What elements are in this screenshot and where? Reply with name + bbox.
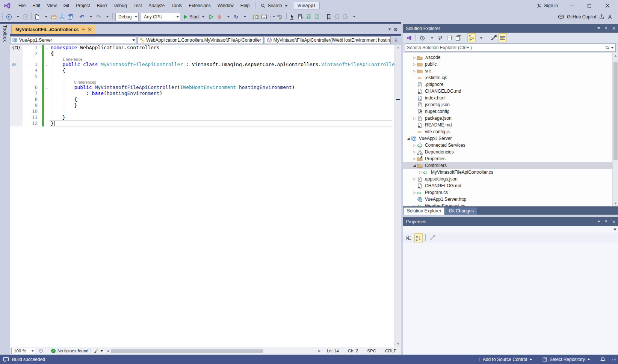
tool-tab-solution-explorer[interactable]: Solution Explorer bbox=[403, 208, 444, 215]
tool-tab-git-changes[interactable]: Git Changes bbox=[445, 208, 477, 215]
tree-scrollbar-thumb[interactable] bbox=[613, 62, 618, 161]
collapsed-arrow-icon[interactable]: ▷ bbox=[412, 204, 417, 206]
solution-search-input[interactable] bbox=[407, 45, 605, 50]
tree-item-nuget-config[interactable]: nuget.config bbox=[403, 108, 612, 115]
overflow-dots-icon[interactable] bbox=[268, 12, 277, 21]
collapsed-arrow-icon[interactable]: ▷ bbox=[412, 157, 417, 161]
tree-item-vueapp1-server[interactable]: ◢VueApp1.Server bbox=[403, 135, 612, 142]
tree-item-public[interactable]: ▷public bbox=[403, 61, 612, 68]
scroll-right-icon[interactable]: ▶ bbox=[317, 349, 322, 353]
code-line-9[interactable]: 9 } bbox=[10, 102, 394, 108]
github-copilot-icon[interactable] bbox=[558, 14, 564, 20]
tree-item-dependencies[interactable]: ▷Dependencies bbox=[403, 149, 612, 155]
scroll-down-icon[interactable]: ▼ bbox=[395, 341, 401, 347]
collapsed-arrow-icon[interactable]: ▷ bbox=[412, 69, 417, 73]
menu-analyze[interactable]: Analyze bbox=[145, 0, 168, 11]
close-icon[interactable]: ✕ bbox=[612, 26, 616, 31]
glyph-margin[interactable] bbox=[10, 51, 23, 57]
fold-chevron-icon[interactable] bbox=[44, 96, 49, 102]
chevron-down-icon[interactable] bbox=[611, 47, 613, 48]
code-line-12[interactable]: 12} bbox=[10, 120, 394, 126]
dropdown-icon[interactable] bbox=[13, 12, 21, 21]
scroll-up-icon[interactable]: ▲ bbox=[395, 45, 401, 50]
search-box[interactable]: Search bbox=[258, 3, 291, 8]
active-project-badge[interactable]: VueApp1 bbox=[293, 2, 320, 9]
tree-item-src[interactable]: ▷src bbox=[403, 68, 612, 74]
zoom-combo[interactable]: 100 % bbox=[11, 348, 35, 354]
categorized-icon[interactable] bbox=[405, 233, 413, 242]
type-dropdown[interactable]: WebApplication1.Controllers.MyVintasoftF… bbox=[138, 36, 263, 44]
save-icon[interactable] bbox=[58, 12, 66, 21]
code-line-7[interactable]: 7 : base(hostingEnvironment) bbox=[10, 90, 394, 96]
fold-chevron-icon[interactable]: ⌄ bbox=[44, 84, 49, 90]
tree-vertical-scrollbar[interactable]: ▲ ▼ bbox=[612, 53, 618, 206]
code-line-1[interactable]: {↗}1⌄namespace WebApplication1.Controlle… bbox=[10, 45, 394, 51]
fold-chevron-icon[interactable] bbox=[44, 90, 49, 96]
document-tab[interactable]: MyVintasoftFil...iController.cs bbox=[11, 25, 95, 34]
window-menu-chevron-icon[interactable] bbox=[597, 221, 600, 223]
tree-item-changelog-md[interactable]: M↓CHANGELOG.md bbox=[403, 182, 612, 189]
fold-chevron-icon[interactable] bbox=[44, 74, 49, 80]
code-line-4[interactable]: 4 { bbox=[10, 68, 394, 74]
member-dropdown[interactable]: MyVintasoftFileApiController(IWebHostEnv… bbox=[265, 36, 391, 44]
menu-extensions[interactable]: Extensions bbox=[185, 0, 214, 11]
collapsed-arrow-icon[interactable]: ▷ bbox=[412, 150, 417, 154]
decrease-indent-icon[interactable] bbox=[305, 12, 313, 21]
dropdown-icon[interactable] bbox=[427, 33, 435, 42]
code-cleanup-icon[interactable] bbox=[93, 348, 99, 354]
collapsed-arrow-icon[interactable]: ▷ bbox=[412, 143, 417, 147]
restart-icon[interactable]: ↻ bbox=[232, 12, 240, 21]
tree-item-weatherforecast-cs[interactable]: ▷C#WeatherForecast.cs bbox=[403, 203, 612, 206]
split-editor-button[interactable] bbox=[392, 36, 400, 44]
start-debugging-button[interactable]: Start bbox=[181, 12, 207, 21]
close-icon[interactable]: ✕ bbox=[612, 219, 616, 224]
menu-view[interactable]: View bbox=[44, 0, 60, 11]
window-menu-chevron-icon[interactable] bbox=[597, 27, 600, 29]
glyph-margin[interactable] bbox=[10, 84, 23, 90]
tree-item-appsettings-json[interactable]: ▷{}appsettings.json bbox=[403, 176, 612, 182]
fold-chevron-icon[interactable] bbox=[44, 68, 49, 74]
code-line-2[interactable]: 2{ bbox=[10, 51, 394, 57]
copilot-label[interactable]: GitHub Copilot bbox=[567, 14, 596, 20]
codelens-references[interactable]: 1 reference bbox=[51, 57, 82, 62]
format-document-icon[interactable] bbox=[296, 12, 305, 21]
dropdown-icon[interactable] bbox=[240, 12, 248, 21]
scroll-left-icon[interactable]: ◀ bbox=[105, 349, 110, 353]
column-indicator[interactable]: Ch: 2 bbox=[343, 349, 363, 353]
properties-tool-icon[interactable] bbox=[490, 33, 498, 42]
tab-list-chevron-icon[interactable] bbox=[388, 29, 391, 30]
glyph-margin[interactable] bbox=[10, 108, 23, 114]
scroll-up-icon[interactable]: ▲ bbox=[613, 53, 618, 59]
fold-chevron-icon[interactable]: ⌄ bbox=[44, 45, 49, 51]
glyph-margin[interactable] bbox=[10, 114, 23, 120]
menu-window[interactable]: Window bbox=[214, 0, 237, 11]
tree-item-changelog-md[interactable]: M↓CHANGELOG.md bbox=[403, 88, 612, 95]
new-file-icon[interactable] bbox=[33, 12, 41, 21]
tree-item-package-json[interactable]: ▷{}package.json bbox=[403, 115, 612, 122]
health-indicator-icon[interactable] bbox=[38, 348, 44, 353]
issues-indicator[interactable]: ✓ No issues found bbox=[51, 349, 88, 353]
hot-reload-icon[interactable] bbox=[215, 12, 224, 21]
glyph-margin[interactable] bbox=[10, 102, 23, 108]
feedback-person-icon[interactable] bbox=[607, 14, 613, 20]
menu-project[interactable]: Project bbox=[73, 0, 93, 11]
fold-chevron-icon[interactable] bbox=[44, 108, 49, 114]
tree-item--vscode[interactable]: ▷.vscode bbox=[403, 54, 612, 61]
minimize-button[interactable] bbox=[563, 0, 580, 11]
fold-chevron-icon[interactable] bbox=[44, 114, 49, 120]
find-in-files-icon[interactable] bbox=[252, 12, 260, 21]
dropdown-icon[interactable] bbox=[476, 33, 485, 42]
dropdown-icon[interactable] bbox=[224, 12, 232, 21]
dropdown-icon[interactable] bbox=[86, 12, 94, 21]
code-editor[interactable]: {↗}1⌄namespace WebApplication1.Controlle… bbox=[10, 45, 401, 347]
tree-item-myvintasoftfileapicontroller-cs[interactable]: ▷C#MyVintasoftFileApiController.cs bbox=[403, 169, 612, 176]
fold-chevron-icon[interactable] bbox=[44, 102, 49, 108]
select-repository-button[interactable]: Select Repository bbox=[538, 355, 594, 364]
debug-target-combo[interactable]: Debug bbox=[115, 13, 139, 21]
property-pages-icon[interactable] bbox=[428, 233, 437, 242]
collapsed-arrow-icon[interactable]: ▷ bbox=[412, 177, 417, 181]
scroll-down-icon[interactable]: ▼ bbox=[613, 201, 618, 206]
open-file-icon[interactable] bbox=[50, 12, 58, 21]
save-all-icon[interactable] bbox=[66, 12, 74, 21]
pending-changes-filter-icon[interactable] bbox=[418, 33, 426, 42]
